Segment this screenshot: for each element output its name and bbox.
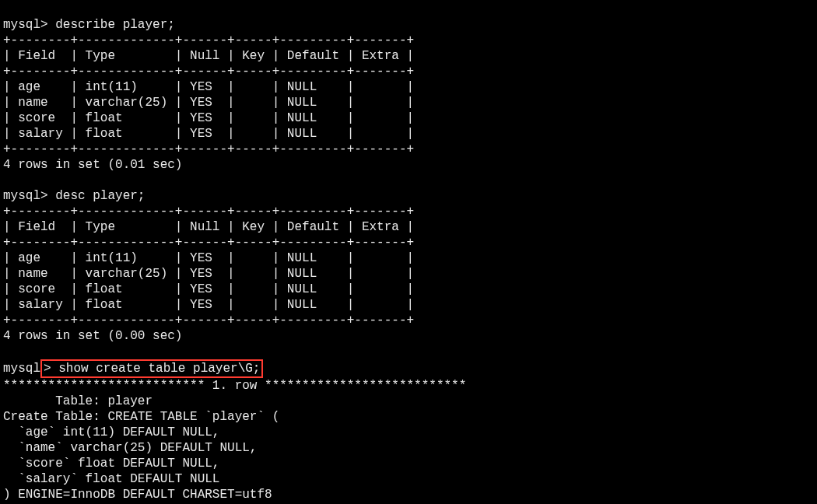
command-desc: desc player; <box>55 189 145 203</box>
command-describe: describe player; <box>55 18 175 32</box>
prompt: mysql <box>3 362 40 376</box>
table1-row: | name | varchar(25) | YES | | NULL | | <box>3 96 414 110</box>
result-column-def: `name` varchar(25) DEFAULT NULL, <box>3 441 257 455</box>
table1-header: | Field | Type | Null | Key | Default | … <box>3 49 414 63</box>
result-create-line: Create Table: CREATE TABLE `player` ( <box>3 410 279 424</box>
result-row-header: *************************** 1. row *****… <box>3 379 466 393</box>
table1-row: | score | float | YES | | NULL | | <box>3 111 414 125</box>
table2-row: | score | float | YES | | NULL | | <box>3 282 414 296</box>
table1-row: | age | int(11) | YES | | NULL | | <box>3 80 414 94</box>
table2-header: | Field | Type | Null | Key | Default | … <box>3 220 414 234</box>
prompt: mysql> <box>3 18 55 32</box>
table2-row: | salary | float | YES | | NULL | | <box>3 298 414 312</box>
prompt: mysql> <box>3 189 55 203</box>
table1-border-top: +--------+-------------+------+-----+---… <box>3 33 414 47</box>
table1-row: | salary | float | YES | | NULL | | <box>3 127 414 141</box>
table2-status: 4 rows in set (0.00 sec) <box>3 329 182 343</box>
table2-border-bot: +--------+-------------+------+-----+---… <box>3 313 414 327</box>
table2-row: | age | int(11) | YES | | NULL | | <box>3 251 414 265</box>
result-end-line: ) ENGINE=InnoDB DEFAULT CHARSET=utf8 <box>3 488 272 502</box>
table1-border-bot: +--------+-------------+------+-----+---… <box>3 142 414 156</box>
result-column-def: `salary` float DEFAULT NULL <box>3 472 219 486</box>
table2-border-top: +--------+-------------+------+-----+---… <box>3 205 414 219</box>
result-column-def: `age` int(11) DEFAULT NULL, <box>3 425 219 439</box>
highlighted-command-show-create: > show create table player\G; <box>40 359 263 378</box>
table1-status: 4 rows in set (0.01 sec) <box>3 158 182 172</box>
result-column-def: `score` float DEFAULT NULL, <box>3 457 219 471</box>
table2-border-mid: +--------+-------------+------+-----+---… <box>3 236 414 250</box>
result-table-line: Table: player <box>3 394 153 408</box>
mysql-terminal[interactable]: mysql> describe player; +--------+------… <box>0 0 817 504</box>
table1-border-mid: +--------+-------------+------+-----+---… <box>3 65 414 79</box>
table2-row: | name | varchar(25) | YES | | NULL | | <box>3 267 414 281</box>
